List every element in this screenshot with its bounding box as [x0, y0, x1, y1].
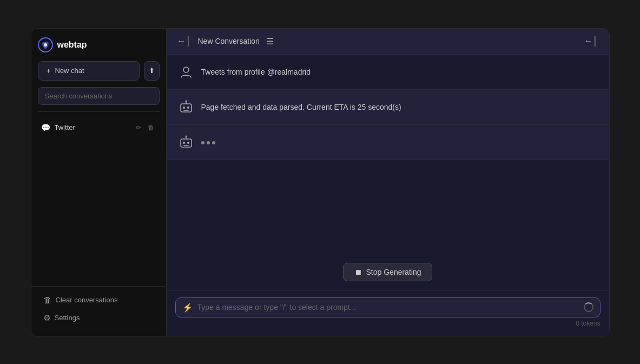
header-right: ←│	[582, 34, 601, 48]
collapse-icon: ←│	[584, 36, 598, 45]
svg-point-10	[185, 135, 187, 137]
logo-text: webtap	[57, 40, 87, 50]
conv-actions: ✏ 🗑	[134, 123, 156, 133]
menu-icon: ☰	[266, 37, 274, 46]
divider	[38, 111, 160, 112]
menu-button[interactable]: ☰	[264, 34, 276, 49]
chat-area: Tweets from profile @realmadrid Page fet…	[167, 55, 609, 290]
conversation-list: 💬 Twitter ✏ 🗑	[31, 116, 166, 286]
bot-typing-indicator	[201, 134, 598, 144]
input-row: ⚡	[175, 297, 601, 317]
svg-point-6	[185, 100, 187, 102]
svg-point-4	[183, 107, 185, 109]
bot-avatar	[177, 98, 195, 116]
main-header: ←│ New Conversation ☰ ←│	[167, 29, 609, 55]
svg-point-1	[44, 43, 47, 47]
delete-conversation-button[interactable]: 🗑	[146, 123, 156, 133]
lightning-icon: ⚡	[182, 302, 193, 313]
input-area: ⏹ Stop Generating ⚡ 0 tokens	[167, 290, 609, 336]
export-button[interactable]: ⬆	[144, 61, 160, 81]
message-row	[167, 125, 609, 160]
chat-input[interactable]	[197, 303, 579, 312]
chat-bubble-icon: 💬	[41, 123, 50, 132]
settings-item[interactable]: ⚙ Settings	[38, 309, 160, 327]
conversation-label: Twitter	[55, 123, 129, 131]
svg-point-9	[187, 142, 189, 144]
sidebar-actions: ＋ New chat ⬆	[31, 59, 166, 87]
new-chat-label: New chat	[55, 67, 84, 75]
export-icon: ⬆	[149, 67, 155, 75]
bot-avatar	[177, 134, 195, 151]
sidebar: webtap ＋ New chat ⬆ 💬 Twitter ✏ 🗑	[31, 29, 167, 336]
svg-point-2	[183, 67, 189, 72]
svg-point-5	[187, 107, 189, 109]
settings-label: Settings	[55, 314, 80, 322]
stop-square-icon: ⏹	[354, 268, 362, 276]
user-avatar	[177, 63, 195, 81]
main-panel: ←│ New Conversation ☰ ←│	[167, 29, 609, 336]
search-container	[31, 87, 166, 111]
token-count: 0 tokens	[175, 320, 601, 327]
loading-spinner	[584, 302, 593, 312]
user-message-text: Tweets from profile @realmadrid	[201, 63, 598, 78]
conversation-title: New Conversation	[198, 37, 260, 45]
plus-icon: ＋	[45, 66, 52, 76]
back-button[interactable]: ←│	[175, 34, 194, 48]
message-row: Page fetched and data parsed. Current ET…	[167, 90, 609, 125]
new-chat-button[interactable]: ＋ New chat	[38, 61, 140, 81]
stop-generating-button[interactable]: ⏹ Stop Generating	[343, 263, 433, 281]
conversation-item[interactable]: 💬 Twitter ✏ 🗑	[36, 118, 162, 137]
clear-conversations-item[interactable]: 🗑 Clear conversations	[38, 291, 160, 309]
header-left: ←│ New Conversation ☰	[175, 34, 276, 49]
stop-generating-label: Stop Generating	[366, 268, 421, 276]
clear-conversations-label: Clear conversations	[56, 296, 118, 304]
svg-point-8	[183, 142, 185, 144]
typing-dots	[201, 137, 598, 144]
collapse-button[interactable]: ←│	[582, 34, 601, 48]
message-row: Tweets from profile @realmadrid	[167, 55, 609, 90]
logo-icon	[38, 37, 53, 52]
gear-icon: ⚙	[43, 313, 50, 323]
app-container: webtap ＋ New chat ⬆ 💬 Twitter ✏ 🗑	[31, 28, 610, 336]
sidebar-header: webtap	[31, 29, 166, 59]
edit-conversation-button[interactable]: ✏	[134, 123, 143, 133]
search-input[interactable]	[38, 87, 160, 105]
sidebar-footer: 🗑 Clear conversations ⚙ Settings	[31, 286, 166, 336]
bot-message-text: Page fetched and data parsed. Current ET…	[201, 98, 598, 113]
trash-icon: 🗑	[43, 295, 51, 305]
back-icon: ←│	[177, 36, 192, 46]
